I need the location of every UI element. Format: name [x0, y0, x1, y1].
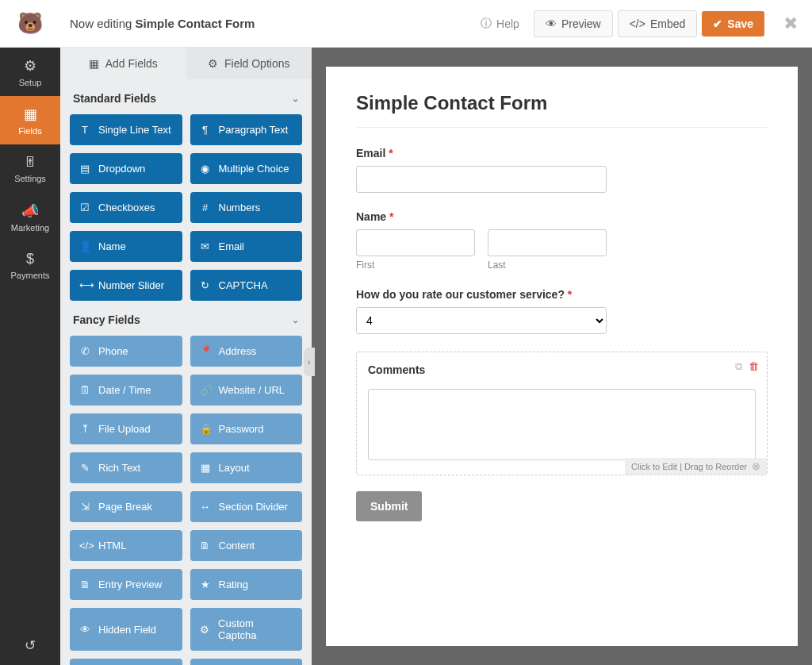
name-row: First Last: [356, 229, 768, 271]
first-name-input[interactable]: [356, 229, 475, 256]
preview-button[interactable]: 👁 Preview: [534, 10, 613, 37]
field-button-date-time[interactable]: 🗓Date / Time: [70, 375, 182, 406]
help-label: Help: [496, 17, 519, 30]
field-icon: ☑: [79, 202, 90, 213]
field-button-layout[interactable]: ▦Layout: [190, 452, 303, 483]
form-icon: ▦: [24, 106, 37, 123]
field-icon: ⤒: [79, 423, 90, 435]
field-label: Checkboxes: [98, 202, 155, 213]
form-preview: Simple Contact Form Email * Name * First: [326, 67, 798, 646]
field-button-name[interactable]: 👤Name: [70, 231, 182, 262]
field-button-likert-scale[interactable]: ≡Likert Scale: [190, 659, 303, 665]
field-icon: ✎: [79, 462, 90, 474]
group-standard-title: Standard Fields: [73, 92, 156, 105]
megaphone-icon: 📣: [21, 202, 39, 220]
sidenav: ⚙ Setup ▦ Fields 🎚 Settings 📣 Marketing …: [0, 48, 60, 665]
field-label: Rich Text: [98, 462, 140, 474]
field-label: Date / Time: [98, 384, 151, 396]
field-label: Hidden Field: [98, 624, 156, 636]
field-comments[interactable]: ⧉ 🗑 Comments Click to Edit | Drag to Reo…: [356, 352, 768, 475]
field-actions: ⧉ 🗑: [735, 360, 759, 373]
field-icon: 👁: [79, 624, 90, 636]
field-icon: ↻: [200, 279, 211, 291]
field-name[interactable]: Name * First Last: [356, 210, 768, 271]
field-button-custom-captcha[interactable]: ⚙Custom Captcha: [190, 608, 303, 651]
field-email[interactable]: Email *: [356, 147, 768, 193]
rating-select[interactable]: 4: [356, 307, 607, 334]
field-button-single-line-text[interactable]: TSingle Line Text: [70, 114, 182, 145]
field-icon: </>: [79, 540, 90, 552]
sidenav-settings-label: Settings: [14, 174, 46, 183]
field-button-file-upload[interactable]: ⤒File Upload: [70, 413, 182, 444]
sidenav-item-setup[interactable]: ⚙ Setup: [0, 48, 60, 96]
field-label: Single Line Text: [98, 124, 171, 136]
sidenav-history-button[interactable]: ↺: [0, 625, 60, 665]
field-button-multiple-choice[interactable]: ◉Multiple Choice: [190, 153, 303, 184]
field-button-rich-text[interactable]: ✎Rich Text: [70, 452, 182, 483]
field-button-page-break[interactable]: ⇲Page Break: [70, 491, 182, 522]
field-icon: ★: [200, 579, 211, 590]
field-label: Entry Preview: [98, 579, 162, 590]
sidenav-item-payments[interactable]: $ Payments: [0, 241, 60, 290]
field-button-rating[interactable]: ★Rating: [190, 569, 303, 600]
field-button-email[interactable]: ✉Email: [190, 231, 303, 262]
field-icon: 🗎: [200, 540, 211, 552]
tab-field-options[interactable]: ⚙ Field Options: [186, 48, 312, 79]
last-name-input[interactable]: [488, 229, 607, 256]
group-header-fancy[interactable]: Fancy Fields ⌄: [70, 301, 302, 336]
field-button-entry-preview[interactable]: 🗎Entry Preview: [70, 569, 182, 600]
field-icon: ⚙: [200, 624, 211, 636]
help-button[interactable]: ⓘ Help: [481, 17, 519, 31]
embed-button[interactable]: </> Embed: [618, 10, 698, 37]
sidenav-setup-label: Setup: [19, 78, 42, 87]
save-button[interactable]: ✔ Save: [702, 11, 764, 37]
field-button-hidden-field[interactable]: 👁Hidden Field: [70, 608, 182, 651]
field-label: Name: [98, 240, 126, 252]
field-button-address[interactable]: 📍Address: [190, 336, 303, 367]
sidenav-item-marketing[interactable]: 📣 Marketing: [0, 193, 60, 241]
field-button-number-slider[interactable]: ⟷Number Slider: [70, 270, 182, 301]
field-label: Content: [219, 540, 255, 552]
field-label: Email: [219, 240, 245, 252]
form-title: Simple Contact Form: [356, 92, 768, 128]
main: ⚙ Setup ▦ Fields 🎚 Settings 📣 Marketing …: [0, 48, 812, 665]
dismiss-hint-icon[interactable]: ⊗: [752, 460, 760, 472]
rating-label: How do you rate our customer service? *: [356, 288, 768, 301]
field-button-checkboxes[interactable]: ☑Checkboxes: [70, 192, 182, 223]
field-button-password[interactable]: 🔒Password: [190, 413, 303, 444]
field-label: Numbers: [219, 202, 261, 213]
comments-textarea[interactable]: [368, 389, 756, 460]
tab-add-fields[interactable]: ▦ Add Fields: [60, 48, 186, 79]
field-button-website-url[interactable]: 🔗Website / URL: [190, 375, 303, 406]
field-button-captcha[interactable]: ↻CAPTCHA: [190, 270, 303, 301]
field-button-html[interactable]: </>HTML: [70, 530, 182, 561]
field-button-paragraph-text[interactable]: ¶Paragraph Text: [190, 114, 303, 145]
field-label: Website / URL: [219, 384, 285, 396]
panel-tabs: ▦ Add Fields ⚙ Field Options: [60, 48, 312, 79]
field-icon: 🔒: [200, 423, 211, 435]
email-input[interactable]: [356, 166, 607, 193]
panel-scroll[interactable]: Standard Fields ⌄ TSingle Line Text¶Para…: [60, 79, 312, 665]
sidenav-marketing-label: Marketing: [11, 223, 49, 233]
field-rating[interactable]: How do you rate our customer service? * …: [356, 288, 768, 334]
sidenav-item-fields[interactable]: ▦ Fields: [0, 96, 60, 144]
field-button-numbers[interactable]: #Numbers: [190, 192, 303, 223]
submit-button[interactable]: Submit: [356, 491, 422, 521]
field-label: Dropdown: [98, 163, 145, 175]
last-sublabel: Last: [488, 259, 607, 271]
sidenav-item-settings[interactable]: 🎚 Settings: [0, 144, 60, 193]
field-button-signature[interactable]: ✎Signature: [70, 659, 182, 665]
duplicate-icon[interactable]: ⧉: [735, 360, 742, 373]
required-marker: *: [389, 210, 393, 223]
field-icon: ✆: [79, 345, 90, 357]
field-button-section-divider[interactable]: ↔Section Divider: [190, 491, 303, 522]
collapse-panel-button[interactable]: ‹: [304, 348, 315, 376]
group-header-standard[interactable]: Standard Fields ⌄: [70, 79, 302, 114]
editing-title: Simple Contact Form: [136, 17, 255, 30]
field-button-content[interactable]: 🗎Content: [190, 530, 303, 561]
field-button-phone[interactable]: ✆Phone: [70, 336, 182, 367]
trash-icon[interactable]: 🗑: [749, 360, 759, 373]
field-button-dropdown[interactable]: ▤Dropdown: [70, 153, 182, 184]
close-button[interactable]: ✖: [783, 13, 798, 34]
sliders-icon: 🎚: [23, 154, 37, 171]
